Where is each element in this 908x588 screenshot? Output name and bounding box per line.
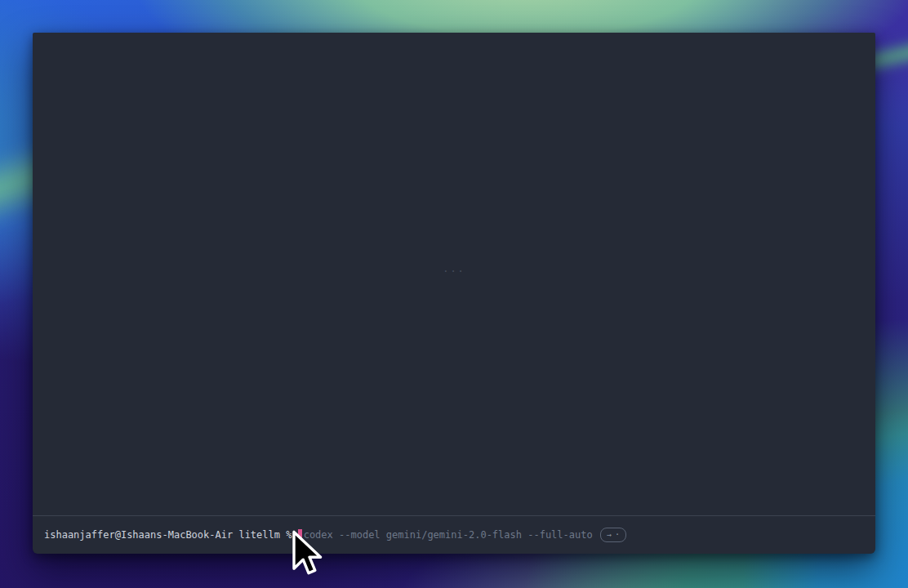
shell-prompt-label: ishaanjaffer@Ishaans-MacBook-Air litellm… xyxy=(44,530,298,540)
prompt-bar[interactable]: ishaanjaffer@Ishaans-MacBook-Air litellm… xyxy=(33,516,875,554)
terminal-window[interactable]: ... ishaanjaffer@Ishaans-MacBook-Air lit… xyxy=(33,33,875,554)
accept-suggestion-hint: → · xyxy=(600,528,627,542)
terminal-output-area[interactable]: ... xyxy=(33,33,875,515)
autosuggestion-text: codex --model gemini/gemini-2.0-flash --… xyxy=(304,530,593,540)
right-arrow-icon: → xyxy=(607,529,612,540)
loading-ellipsis: ... xyxy=(33,263,875,274)
dot-icon: · xyxy=(615,531,621,539)
text-cursor xyxy=(298,529,302,541)
